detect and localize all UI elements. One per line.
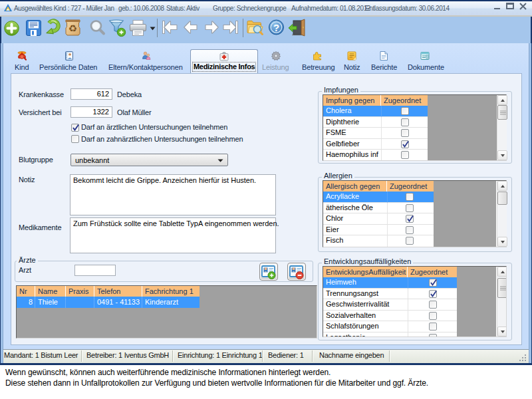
svg-text:?: ? (273, 22, 279, 33)
svg-text:♻: ♻ (68, 23, 77, 34)
